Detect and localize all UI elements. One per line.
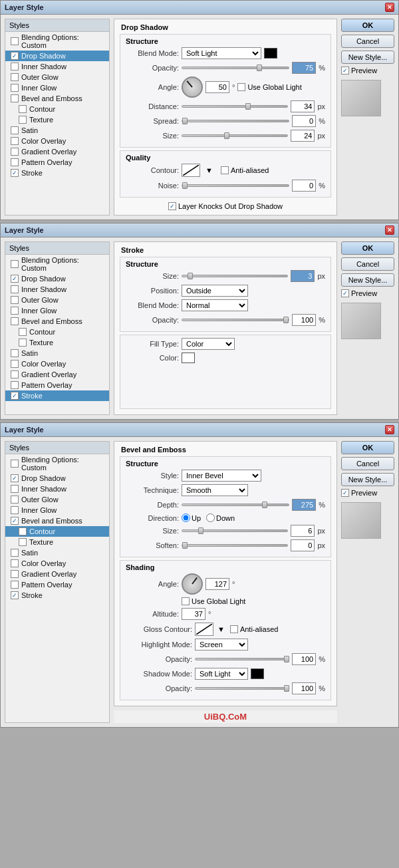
angle-dial-1[interactable] bbox=[182, 76, 203, 98]
sidebar-item-satin-3[interactable]: Satin bbox=[5, 547, 109, 558]
sidebar-item-stroke-3[interactable]: ✓ Stroke bbox=[5, 590, 109, 601]
shadow-mode-select-3[interactable]: Soft Light bbox=[195, 668, 248, 680]
checkbox-coloroverlay-1[interactable] bbox=[11, 137, 19, 145]
checkbox-blending-1[interactable] bbox=[11, 37, 19, 45]
distance-input-1[interactable] bbox=[291, 100, 315, 112]
checkbox-gradientoverlay-1[interactable] bbox=[11, 148, 19, 156]
shadow-color-3[interactable] bbox=[251, 668, 264, 679]
sidebar-item-coloroverlay-3[interactable]: Color Overlay bbox=[5, 558, 109, 569]
new-style-button-1[interactable]: New Style... bbox=[341, 51, 394, 64]
checkbox-innershadow-3[interactable] bbox=[11, 485, 19, 493]
sidebar-item-innershadow-1[interactable]: Inner Shadow bbox=[5, 61, 109, 72]
sidebar-item-contour-2[interactable]: Contour bbox=[5, 327, 109, 337]
checkbox-innershadow-2[interactable] bbox=[11, 285, 19, 293]
size-slider-3[interactable] bbox=[182, 529, 288, 532]
size-slider-1[interactable] bbox=[182, 134, 288, 137]
checkbox-innerglow-2[interactable] bbox=[11, 307, 19, 315]
sidebar-item-patternoverlay-1[interactable]: Pattern Overlay bbox=[5, 157, 109, 168]
highlight-opacity-thumb-3[interactable] bbox=[284, 656, 289, 662]
checkbox-innershadow-1[interactable] bbox=[11, 63, 19, 71]
checkbox-dropshadow-3[interactable]: ✓ bbox=[11, 474, 19, 482]
position-select-2[interactable]: Outside bbox=[182, 285, 248, 297]
sidebar-item-patternoverlay-2[interactable]: Pattern Overlay bbox=[5, 380, 109, 390]
distance-thumb-1[interactable] bbox=[245, 103, 251, 110]
sidebar-item-bevel-2[interactable]: Bevel and Emboss bbox=[5, 316, 109, 327]
checkbox-bevel-2[interactable] bbox=[11, 317, 19, 325]
sidebar-item-texture-1[interactable]: Texture bbox=[5, 114, 109, 125]
sidebar-item-dropshadow-2[interactable]: ✓ Drop Shadow bbox=[5, 273, 109, 284]
sidebar-item-bevel-3[interactable]: ✓ Bevel and Emboss bbox=[5, 515, 109, 526]
cancel-button-3[interactable]: Cancel bbox=[341, 457, 394, 470]
gloss-contour-dropdown-3[interactable]: ▼ bbox=[217, 625, 225, 633]
direction-down-3[interactable]: Down bbox=[206, 513, 235, 522]
sidebar-item-satin-2[interactable]: Satin bbox=[5, 348, 109, 359]
sidebar-item-gradientoverlay-1[interactable]: Gradient Overlay bbox=[5, 146, 109, 157]
close-button-3[interactable]: ✕ bbox=[385, 425, 394, 434]
checkbox-texture-2[interactable] bbox=[19, 339, 27, 347]
size-slider-2[interactable] bbox=[182, 275, 288, 277]
antialias-checkbox-1[interactable] bbox=[221, 166, 229, 174]
spread-input-1[interactable] bbox=[292, 115, 316, 127]
opacity-thumb-2[interactable] bbox=[283, 317, 289, 323]
direction-up-3[interactable]: Up bbox=[182, 513, 201, 522]
sidebar-item-coloroverlay-2[interactable]: Color Overlay bbox=[5, 359, 109, 369]
depth-slider-3[interactable] bbox=[182, 504, 289, 506]
checkbox-dropshadow-1[interactable]: ✓ bbox=[11, 52, 19, 60]
checkbox-outerglow-3[interactable] bbox=[11, 496, 19, 504]
cancel-button-1[interactable]: Cancel bbox=[341, 35, 394, 48]
blend-mode-select-1[interactable]: Soft Light bbox=[182, 47, 261, 59]
spread-thumb-1[interactable] bbox=[182, 118, 188, 124]
preview-checkbox-3[interactable]: ✓ bbox=[341, 489, 349, 497]
opacity-thumb-1[interactable] bbox=[257, 65, 262, 71]
antialias-checkbox-3[interactable] bbox=[230, 625, 238, 633]
checkbox-satin-1[interactable] bbox=[11, 126, 19, 134]
checkbox-bevel-1[interactable] bbox=[11, 94, 19, 102]
ok-button-2[interactable]: OK bbox=[341, 241, 394, 255]
close-button-1[interactable]: ✕ bbox=[385, 3, 394, 12]
sidebar-item-dropshadow-1[interactable]: ✓ Drop Shadow bbox=[5, 51, 109, 61]
sidebar-item-innershadow-2[interactable]: Inner Shadow bbox=[5, 284, 109, 295]
sidebar-item-innerglow-1[interactable]: Inner Glow bbox=[5, 82, 109, 93]
global-light-checkbox-3[interactable] bbox=[182, 597, 190, 605]
global-light-checkbox-1[interactable] bbox=[237, 83, 245, 91]
checkbox-coloroverlay-3[interactable] bbox=[11, 559, 19, 567]
sidebar-item-bevel-1[interactable]: Bevel and Emboss bbox=[5, 93, 109, 104]
checkbox-outerglow-2[interactable] bbox=[11, 296, 19, 304]
depth-input-3[interactable] bbox=[292, 499, 316, 511]
sidebar-item-gradientoverlay-3[interactable]: Gradient Overlay bbox=[5, 569, 109, 579]
soften-input-3[interactable] bbox=[291, 539, 315, 551]
gloss-contour-preview-3[interactable] bbox=[195, 623, 213, 636]
sidebar-item-innerglow-3[interactable]: Inner Glow bbox=[5, 505, 109, 515]
direction-up-radio-3[interactable] bbox=[182, 513, 190, 522]
opacity-input-2[interactable] bbox=[292, 314, 316, 326]
altitude-input-3[interactable] bbox=[182, 608, 205, 620]
style-select-3[interactable]: Inner Bevel bbox=[182, 470, 261, 482]
shadow-opacity-slider-3[interactable] bbox=[195, 687, 289, 690]
ok-button-1[interactable]: OK bbox=[341, 19, 394, 32]
sidebar-item-blending-2[interactable]: Blending Options: Custom bbox=[5, 255, 109, 273]
sidebar-item-contour-1[interactable]: Contour bbox=[5, 104, 109, 114]
checkbox-innerglow-1[interactable] bbox=[11, 84, 19, 92]
checkbox-satin-2[interactable] bbox=[11, 349, 19, 357]
checkbox-texture-3[interactable] bbox=[19, 538, 27, 546]
sidebar-item-gradientoverlay-2[interactable]: Gradient Overlay bbox=[5, 369, 109, 380]
sidebar-item-stroke-1[interactable]: ✓ Stroke bbox=[5, 168, 109, 178]
sidebar-item-outerglow-2[interactable]: Outer Glow bbox=[5, 295, 109, 305]
knockout-checkbox-1[interactable]: ✓ bbox=[168, 202, 176, 210]
sidebar-item-innerglow-2[interactable]: Inner Glow bbox=[5, 305, 109, 316]
sidebar-item-patternoverlay-3[interactable]: Pattern Overlay bbox=[5, 579, 109, 590]
color-swatch-2[interactable] bbox=[182, 353, 195, 363]
opacity-slider-1[interactable] bbox=[182, 67, 289, 69]
checkbox-stroke-2[interactable]: ✓ bbox=[11, 392, 19, 400]
soften-slider-3[interactable] bbox=[182, 544, 288, 547]
noise-thumb-1[interactable] bbox=[182, 182, 188, 189]
angle-input-3[interactable] bbox=[205, 578, 229, 590]
checkbox-patternoverlay-2[interactable] bbox=[11, 381, 19, 389]
checkbox-stroke-3[interactable]: ✓ bbox=[11, 591, 19, 599]
checkbox-patternoverlay-1[interactable] bbox=[11, 158, 19, 166]
spread-slider-1[interactable] bbox=[182, 120, 289, 122]
checkbox-blending-2[interactable] bbox=[11, 260, 19, 268]
size-input-3[interactable] bbox=[291, 525, 315, 537]
sidebar-item-texture-2[interactable]: Texture bbox=[5, 337, 109, 348]
ok-button-3[interactable]: OK bbox=[341, 441, 394, 454]
